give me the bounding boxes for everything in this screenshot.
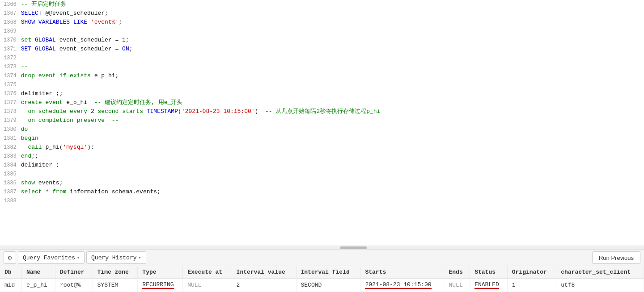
line-content: on schedule every 2 second starts TIMEST…	[21, 107, 644, 116]
code-line: 1388	[0, 196, 644, 205]
code-line: 1384delimiter ;	[0, 161, 644, 170]
line-number: 1376	[0, 89, 21, 98]
line-number: 1388	[0, 196, 21, 205]
run-previous-button[interactable]: Run Previous	[592, 251, 640, 264]
code-line: 1376delimiter ;;	[0, 89, 644, 98]
code-line: 1386show events;	[0, 179, 644, 188]
table-header-cell: Definer	[55, 266, 93, 279]
line-content: end;;	[21, 152, 644, 161]
line-content: delimiter ;;	[21, 89, 644, 98]
table-header-row: DbNameDefinerTime zoneTypeExecute atInte…	[0, 266, 644, 279]
line-content: create event e_p_hi -- 建议约定定时任务, 用e_开头	[21, 98, 644, 107]
table-cell: e_p_hi	[22, 279, 55, 292]
table-header-cell: character_set_client	[556, 266, 644, 279]
line-number: 1367	[0, 9, 21, 18]
table-header-cell: Interval value	[232, 266, 296, 279]
line-content: set GLOBAL event_scheduler = 1;	[21, 36, 644, 45]
chevron-down-icon: ▾	[77, 255, 80, 260]
code-line: 1375	[0, 80, 644, 89]
code-line: 1387select * from information_schema.eve…	[0, 188, 644, 196]
gear-button[interactable]: ⚙	[4, 251, 16, 264]
line-content: show events;	[21, 179, 644, 188]
code-line: 1368SHOW VARIABLES LIKE 'event%';	[0, 18, 644, 27]
code-line: 1372	[0, 54, 644, 63]
table-header-cell: Starts	[360, 266, 444, 279]
scrollbar-thumb[interactable]	[340, 246, 367, 249]
line-number: 1382	[0, 143, 21, 152]
results-table: DbNameDefinerTime zoneTypeExecute atInte…	[0, 266, 644, 292]
code-line: 1369	[0, 27, 644, 36]
table-cell: mid	[0, 279, 22, 292]
line-content: on completion preserve --	[21, 116, 644, 125]
table-header-cell: Ends	[444, 266, 470, 279]
line-number: 1378	[0, 107, 21, 116]
code-line: 1374drop event if exists e_p_hi;	[0, 71, 644, 80]
line-number: 1380	[0, 125, 21, 134]
line-number: 1373	[0, 63, 21, 71]
code-line: 1373--	[0, 63, 644, 71]
table-cell: SECOND	[296, 279, 360, 292]
line-number: 1384	[0, 161, 21, 170]
table-header-cell: Interval field	[296, 266, 360, 279]
code-lines: 1366-- 开启定时任务1367SELECT @@event_schedule…	[0, 0, 644, 246]
code-line: 1385	[0, 170, 644, 179]
line-content: SELECT @@event_scheduler;	[21, 9, 644, 18]
table-header-cell: Type	[138, 266, 183, 279]
table-cell: RECURRING	[138, 279, 183, 292]
gear-icon: ⚙	[8, 254, 12, 262]
toolbar: ⚙ Query Favorites ▾ Query History ▾ Run …	[0, 249, 644, 266]
line-content: SET GLOBAL event_scheduler = ON;	[21, 45, 644, 54]
line-number: 1369	[0, 27, 21, 36]
main-container: 1366-- 开启定时任务1367SELECT @@event_schedule…	[0, 0, 644, 292]
table-header-cell: Originator	[507, 266, 556, 279]
table-header-cell: Execute at	[183, 266, 232, 279]
code-line: 1379 on completion preserve --	[0, 116, 644, 125]
line-number: 1377	[0, 98, 21, 107]
code-line: 1377create event e_p_hi -- 建议约定定时任务, 用e_…	[0, 98, 644, 107]
table-header-cell: Db	[0, 266, 22, 279]
line-number: 1372	[0, 54, 21, 63]
line-number: 1386	[0, 179, 21, 188]
line-content	[21, 80, 644, 89]
chevron-down-icon-2: ▾	[138, 255, 141, 260]
line-content	[21, 54, 644, 63]
table-cell: 2021-08-23 10:15:00	[360, 279, 444, 292]
table-cell: root@%	[55, 279, 93, 292]
line-number: 1366	[0, 0, 21, 9]
code-line: 1371SET GLOBAL event_scheduler = ON;	[0, 45, 644, 54]
table-body: mide_p_hiroot@%SYSTEMRECURRINGNULL2SECON…	[0, 279, 644, 292]
line-content: do	[21, 125, 644, 134]
line-number: 1387	[0, 188, 21, 196]
line-content	[21, 27, 644, 36]
line-number: 1368	[0, 18, 21, 27]
table-row: mide_p_hiroot@%SYSTEMRECURRINGNULL2SECON…	[0, 279, 644, 292]
code-editor[interactable]: 1366-- 开启定时任务1367SELECT @@event_schedule…	[0, 0, 644, 246]
code-line: 1381begin	[0, 134, 644, 143]
table-cell: NULL	[183, 279, 232, 292]
results-area: DbNameDefinerTime zoneTypeExecute atInte…	[0, 266, 644, 292]
code-line: 1382 call p_hi('mysql');	[0, 143, 644, 152]
query-favorites-dropdown[interactable]: Query Favorites ▾	[18, 251, 85, 264]
code-line: 1380do	[0, 125, 644, 134]
line-content	[21, 170, 644, 179]
line-content	[21, 196, 644, 205]
line-number: 1374	[0, 71, 21, 80]
query-favorites-label: Query Favorites	[23, 254, 75, 261]
line-number: 1381	[0, 134, 21, 143]
line-number: 1383	[0, 152, 21, 161]
line-content: --	[21, 63, 644, 71]
table-cell: SYSTEM	[93, 279, 138, 292]
line-number: 1385	[0, 170, 21, 179]
query-history-dropdown[interactable]: Query History ▾	[86, 251, 146, 264]
table-cell: NULL	[444, 279, 470, 292]
table-header-cell: Name	[22, 266, 55, 279]
table-cell: utf8	[556, 279, 644, 292]
code-line: 1378 on schedule every 2 second starts T…	[0, 107, 644, 116]
line-content: call p_hi('mysql');	[21, 143, 644, 152]
line-content: -- 开启定时任务	[21, 0, 644, 9]
code-line: 1367SELECT @@event_scheduler;	[0, 9, 644, 18]
table-cell: 1	[507, 279, 556, 292]
query-history-label: Query History	[91, 254, 136, 261]
scrollbar-track[interactable]	[0, 246, 644, 249]
code-line: 1383end;;	[0, 152, 644, 161]
